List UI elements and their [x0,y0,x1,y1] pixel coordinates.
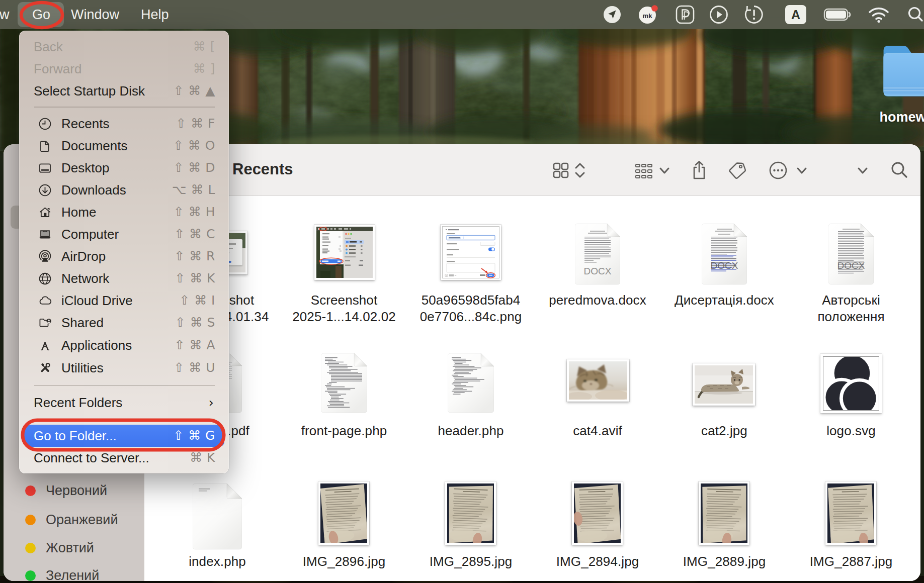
desktop-folder-label: homework [856,110,924,125]
menubar-item-go[interactable]: Go [32,0,50,29]
file-thumbnail[interactable] [820,354,882,413]
menu-item-network[interactable]: Network⇧ ⌘ K [19,267,229,289]
menu-item-downloads[interactable]: Downloads⌥ ⌘ L [19,179,229,201]
file-thumbnail[interactable]: ? [441,225,501,280]
share-icon[interactable] [687,144,711,196]
menubar-item-partial[interactable]: ew [0,0,10,29]
menu-item-shared[interactable]: Shared⇧ ⌘ S [19,312,229,334]
menu-item-applications[interactable]: Applications⇧ ⌘ A [19,334,229,356]
file-name[interactable]: cat2.jpg [661,423,787,439]
file-thumbnail[interactable] [825,481,876,545]
file-grid: Screenshot2025-1...4.01.34 Screenshot202… [144,196,920,581]
file-thumbnail[interactable] [314,225,375,280]
input-source-icon[interactable]: A [781,0,811,29]
updown-chevron-icon[interactable] [568,144,592,196]
file-thumbnail[interactable]: DOCX [828,223,874,288]
wifi-icon[interactable] [864,0,894,29]
parallels-icon[interactable] [670,0,700,29]
submenu-chevron-icon: › [209,395,214,410]
file-thumbnail[interactable]: DOCX [702,223,747,288]
menu-item-recents[interactable]: Recents⇧ ⌘ F [19,113,229,135]
play-circle-icon[interactable] [704,0,734,29]
search-icon[interactable] [887,144,911,196]
sidebar-tag-Червоний[interactable]: Червоний [4,479,144,502]
file-name[interactable]: peredmova.docx [535,292,660,309]
menu-item-label: iCloud Drive [61,289,133,312]
location-icon[interactable] [597,0,627,29]
file-thumbnail[interactable] [318,481,369,545]
menu-item-recent-folders[interactable]: Recent Folders› [19,392,229,414]
menu-item-label: Utilities [61,357,104,379]
menu-item-label: Connect to Server... [34,447,149,469]
sidebar-tag-Оранжевий[interactable]: Оранжевий [4,509,144,531]
file-name[interactable]: IMG_2887.jpg [788,553,914,570]
file-name[interactable]: IMG_2896.jpg [281,553,407,570]
download-icon [36,181,53,199]
file-thumbnail[interactable]: DOCX [575,223,620,288]
chevron-down-icon[interactable] [652,144,677,196]
menu-item-airdrop[interactable]: AirDrop⇧ ⌘ R [19,245,229,267]
menu-item-shortcut: ⇧ ⌘ D [173,157,215,179]
file-thumbnail[interactable] [567,359,629,402]
menu-item-select-startup-disk[interactable]: Select Startup Disk⇧ ⌘ ▲ [19,80,229,102]
file-name[interactable]: IMG_2889.jpg [661,553,787,570]
menu-item-label: Recents [61,113,109,135]
menubar-item-window[interactable]: Window [71,0,119,29]
menu-item-shortcut: ⇧ ⌘ ▲ [173,80,215,102]
desktop-icon [36,159,53,176]
menu-item-back[interactable]: Back⌘ [ [19,36,229,58]
menu-item-label: Documents [61,135,128,157]
tag-icon[interactable] [725,144,749,196]
chevron-down-icon[interactable] [851,144,875,196]
menu-item-forward[interactable]: Forward⌘ ] [19,58,229,80]
file-name[interactable]: index.php [154,553,280,570]
file-name[interactable]: Авторськіположення [788,292,914,325]
menu-item-utilities[interactable]: Utilities⇧ ⌘ U [19,357,229,379]
menu-item-home[interactable]: Home⇧ ⌘ H [19,201,229,223]
more-circle-icon[interactable] [766,144,790,196]
menu-item-shortcut: ⌥ ⌘ L [172,179,215,201]
file-thumbnail[interactable] [193,482,242,553]
menu-item-go-to-folder[interactable]: Go to Folder...⇧ ⌘ G [19,425,229,447]
menu-item-shortcut: ⇧ ⌘ K [175,267,215,289]
file-thumbnail[interactable] [699,481,749,545]
mk-app-icon[interactable]: mk [634,0,664,29]
time-machine-icon[interactable] [739,0,769,29]
file-thumbnail[interactable] [693,363,755,406]
spotlight-icon[interactable] [900,0,924,29]
menu-item-label: Applications [61,334,132,356]
sidebar-tag-Жовтий[interactable]: Жовтий [4,537,144,559]
tag-color-dot [25,543,36,553]
chevron-down-icon[interactable] [790,144,814,196]
tag-label: Зелений [46,568,99,581]
file-name[interactable]: Дисертація.docx [661,292,787,309]
file-name[interactable]: IMG_2895.jpg [408,553,534,570]
file-thumbnail[interactable] [448,352,494,417]
file-name[interactable]: cat4.avif [535,423,660,439]
utilities-icon [36,359,53,376]
file-thumbnail[interactable] [445,481,496,545]
desktop-folder-homework[interactable]: homework [880,39,924,130]
menu-item-icloud-drive[interactable]: iCloud Drive⇧ ⌘ I [19,289,229,312]
file-thumbnail[interactable] [572,481,623,545]
file-name[interactable]: logo.svg [788,423,914,439]
menu-item-shortcut: ⇧ ⌘ G [173,425,215,447]
battery-icon[interactable] [823,0,854,29]
file-name[interactable]: IMG_2894.jpg [535,553,660,570]
menu-item-computer[interactable]: Computer⇧ ⌘ C [19,223,229,245]
file-thumbnail[interactable] [321,352,367,417]
airdrop-icon [36,248,53,265]
menubar-item-help[interactable]: Help [141,0,169,29]
file-name[interactable]: Screenshot2025-1...14.02.02 [281,292,407,325]
computer-icon [36,226,53,243]
sidebar-tag-Зелений[interactable]: Зелений [4,564,144,581]
menu-item-connect-to-server[interactable]: Connect to Server...⌘ K [19,447,229,469]
file-name[interactable]: header.php [408,423,534,439]
file-name[interactable]: 50a96598d5fab40e7706...84c.png [408,292,534,325]
file-name[interactable]: front-page.php [281,423,407,439]
menu-item-label: Computer [61,223,119,245]
menu-item-shortcut: ⌘ ] [193,58,215,80]
menu-separator [34,419,215,420]
menu-item-desktop[interactable]: Desktop⇧ ⌘ D [19,157,229,179]
menu-item-documents[interactable]: Documents⇧ ⌘ O [19,135,229,157]
